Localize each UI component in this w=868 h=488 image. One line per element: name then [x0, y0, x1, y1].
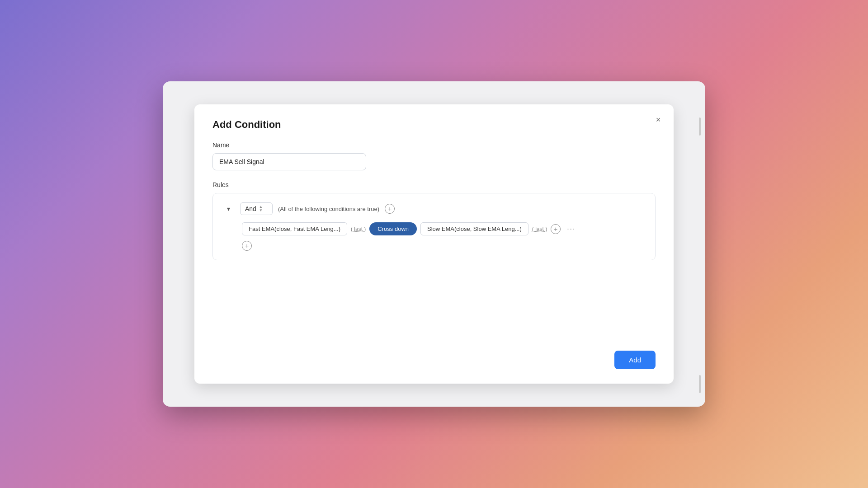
more-options-button[interactable]: ··· — [564, 224, 578, 234]
left-last-badge[interactable]: ( last ) — [351, 226, 366, 232]
add-condition-modal: × Add Condition Name Rules ▾ And ▲ ▼ (Al… — [194, 104, 674, 384]
rules-label: Rules — [212, 181, 656, 188]
select-arrows-icon: ▲ ▼ — [259, 205, 263, 212]
scrollbar-bottom — [699, 375, 701, 393]
logic-operator-select[interactable]: And ▲ ▼ — [240, 202, 273, 215]
right-operand-button[interactable]: Slow EMA(close, Slow EMA Leng...) — [420, 222, 528, 235]
logic-operator-label: And — [245, 205, 256, 212]
condition-description: (All of the following conditions are tru… — [278, 206, 379, 212]
modal-title: Add Condition — [212, 119, 656, 131]
operator-button[interactable]: Cross down — [369, 222, 417, 235]
rules-box: ▾ And ▲ ▼ (All of the following conditio… — [212, 193, 656, 260]
add-rule-button[interactable]: + — [242, 241, 252, 251]
add-rule-row: + — [222, 241, 646, 251]
outer-frame: × Add Condition Name Rules ▾ And ▲ ▼ (Al… — [163, 81, 705, 407]
modal-footer: Add — [212, 351, 656, 369]
scrollbar-top — [699, 117, 701, 136]
collapse-chevron[interactable]: ▾ — [222, 202, 235, 215]
left-operand-button[interactable]: Fast EMA(close, Fast EMA Leng...) — [242, 222, 347, 235]
modal-close-button[interactable]: × — [652, 113, 665, 126]
add-condition-button[interactable]: + — [385, 204, 395, 214]
name-input[interactable] — [212, 153, 366, 170]
add-right-button[interactable]: + — [551, 224, 561, 234]
rules-header: ▾ And ▲ ▼ (All of the following conditio… — [222, 202, 646, 215]
rule-row: Fast EMA(close, Fast EMA Leng...) ( last… — [222, 222, 646, 235]
right-last-badge[interactable]: ( last ) — [532, 226, 547, 232]
add-button[interactable]: Add — [614, 351, 656, 369]
name-label: Name — [212, 141, 656, 149]
